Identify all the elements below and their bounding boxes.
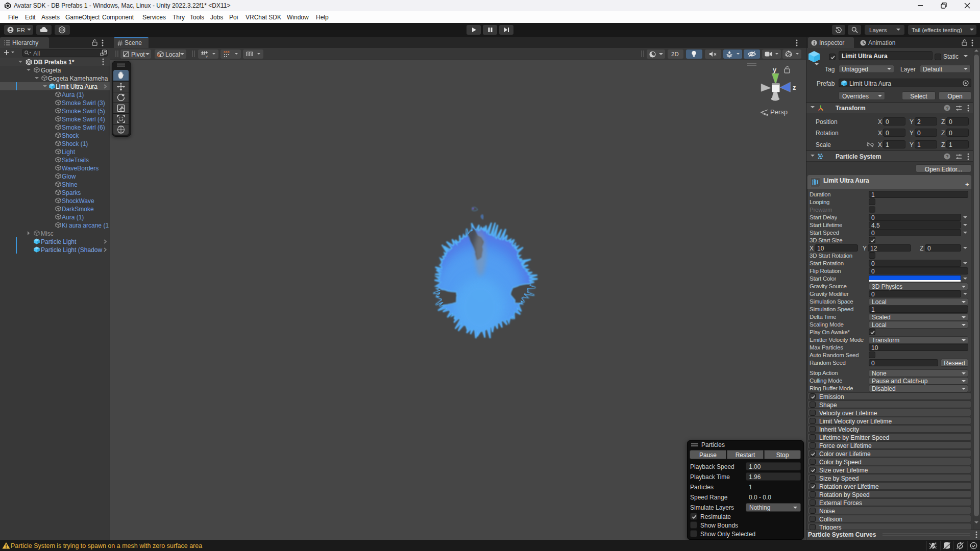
svg-text:z: z bbox=[793, 84, 796, 91]
svg-text:?: ? bbox=[946, 154, 949, 159]
svg-text:?: ? bbox=[946, 106, 949, 111]
svg-text:Y: Y bbox=[206, 55, 208, 59]
svg-text:y: y bbox=[773, 66, 777, 73]
